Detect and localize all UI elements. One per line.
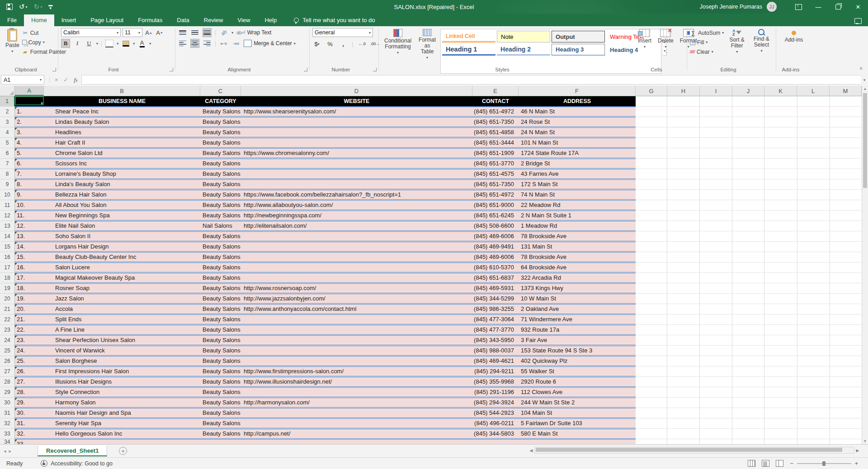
cell-index[interactable]: 13.	[15, 232, 44, 241]
user-name[interactable]: Joseph Jenaire Pumaras	[700, 4, 762, 10]
row-number[interactable]: 3	[0, 117, 15, 127]
cell-category[interactable]: Beauty Salons	[200, 305, 241, 314]
column-header-H[interactable]: H	[667, 86, 700, 96]
cell-contact[interactable]: (845) 344-5803	[472, 429, 519, 438]
page-layout-view-button[interactable]	[762, 460, 769, 467]
empty-cells[interactable]	[636, 252, 862, 263]
cell-contact[interactable]: (845) 469-9491	[472, 242, 519, 251]
autosum-button[interactable]: ∑AutoSum▾	[690, 28, 724, 38]
row-number[interactable]: 34	[0, 439, 15, 444]
row-number[interactable]: 9	[0, 179, 15, 190]
empty-cells[interactable]	[636, 294, 862, 304]
cell-contact[interactable]: (845) 469-6006	[472, 232, 519, 241]
cell-address[interactable]: 46 N Main St	[519, 107, 636, 116]
cell-index[interactable]: 5.	[15, 149, 44, 158]
column-header-D[interactable]: D	[241, 86, 472, 96]
row-number[interactable]: 12	[0, 211, 15, 221]
zoom-in-button[interactable]: +	[855, 460, 858, 467]
empty-cells[interactable]	[636, 169, 862, 179]
cell-category[interactable]: Beauty Salons	[200, 180, 241, 189]
accounting-format-button[interactable]: $ ▾	[312, 39, 321, 48]
cell-contact[interactable]: (845) 294-3924	[472, 398, 519, 407]
cell-category[interactable]: Beauty Salons	[200, 284, 241, 293]
cell-contact[interactable]: (845) 651-4972	[472, 107, 519, 116]
cell-address[interactable]: 3 Fair Ave	[519, 336, 636, 345]
new-sheet-button[interactable]: +	[119, 447, 127, 455]
style-note[interactable]: Note	[497, 31, 550, 42]
cell-category[interactable]: Beauty Salons	[200, 159, 241, 168]
cell-business-name[interactable]: Soho Salon II	[44, 232, 200, 241]
header-business-name[interactable]: BUSINESS NAME	[44, 96, 200, 105]
cell-index[interactable]: 10.	[15, 201, 44, 210]
empty-cells[interactable]	[636, 304, 862, 314]
row-number[interactable]: 4	[0, 127, 15, 138]
cell-address[interactable]: 22 Meadow Rd	[519, 201, 636, 210]
empty-cells[interactable]	[636, 387, 862, 398]
cell-category[interactable]: Beauty Salons	[200, 273, 241, 282]
redo-button[interactable]: ↻▾	[34, 4, 42, 9]
empty-cells[interactable]	[636, 190, 862, 200]
cell-contact[interactable]: (845) 544-2923	[472, 408, 519, 417]
cell-business-name[interactable]: All About You Salon	[44, 201, 200, 210]
empty-cells[interactable]	[636, 335, 862, 346]
vertical-scrollbar[interactable]: ▲ ▼	[862, 86, 868, 444]
tab-home[interactable]: Home	[24, 14, 54, 26]
cell-category[interactable]	[200, 440, 241, 444]
cell-website[interactable]: http://www.firstimpressions-salon.com/	[241, 367, 472, 376]
row-number[interactable]: 14	[0, 231, 15, 242]
empty-cells[interactable]	[636, 200, 862, 211]
cell-category[interactable]: Nail Salons	[200, 221, 241, 230]
style-output[interactable]: Output	[552, 31, 605, 42]
style-heading-1[interactable]: Heading 1	[442, 44, 495, 56]
empty-cells[interactable]	[636, 439, 862, 444]
column-header-L[interactable]: L	[797, 86, 830, 96]
column-header-B[interactable]: B	[44, 86, 200, 96]
cell-contact[interactable]: (845) 610-5370	[472, 263, 519, 272]
cell-website[interactable]: http://www.shearserenitysalon.com/	[241, 107, 472, 116]
row-number[interactable]: 28	[0, 377, 15, 387]
row-number[interactable]: 27	[0, 366, 15, 377]
empty-cells[interactable]	[636, 325, 862, 335]
cell-category[interactable]: Beauty Salons	[200, 429, 241, 438]
cell-category[interactable]: Beauty Salons	[200, 117, 241, 127]
empty-cells[interactable]	[636, 107, 862, 117]
cell-contact[interactable]	[472, 440, 519, 444]
cell-category[interactable]: Beauty Salons	[200, 294, 241, 303]
cell-address[interactable]: 322 Arcadia Rd	[519, 273, 636, 282]
cell-category[interactable]: Beauty Salons	[200, 263, 241, 272]
middle-align-button[interactable]	[190, 28, 199, 37]
cell-index[interactable]: 9.	[15, 190, 44, 199]
style-heading-3[interactable]: Heading 3	[552, 44, 605, 56]
tab-page-layout[interactable]: Page Layout	[83, 14, 131, 26]
cancel-formula-icon[interactable]: ×	[55, 76, 58, 83]
cell-category[interactable]: Beauty Salons	[200, 242, 241, 251]
decrease-font-button[interactable]: A▼	[155, 28, 164, 37]
row-number[interactable]: 29	[0, 387, 15, 398]
enter-formula-icon[interactable]: ✓	[64, 76, 69, 83]
cell-contact[interactable]: (845) 508-6600	[472, 221, 519, 230]
increase-indent-button[interactable]: ⇥≡	[231, 39, 241, 48]
close-button[interactable]: ✕	[848, 0, 868, 14]
tab-data[interactable]: Data	[170, 14, 196, 26]
row-number[interactable]: 20	[0, 294, 15, 304]
font-size-select[interactable]: 11▾	[123, 28, 142, 37]
row-number[interactable]: 2	[0, 107, 15, 117]
cell-address[interactable]: 1373 Kings Hwy	[519, 284, 636, 293]
column-header-J[interactable]: J	[732, 86, 764, 96]
row-number[interactable]: 32	[0, 418, 15, 429]
empty-cells[interactable]	[636, 148, 862, 159]
column-header-A[interactable]: A	[15, 86, 44, 96]
tab-review[interactable]: Review	[197, 14, 231, 26]
scroll-left-arrow[interactable]: ◀	[528, 448, 534, 453]
cell-index[interactable]: 30.	[15, 408, 44, 417]
cell-address[interactable]: 43 Farries Ave	[519, 169, 636, 178]
tab-help[interactable]: Help	[257, 14, 284, 26]
row-number[interactable]: 11	[0, 200, 15, 211]
cell-index[interactable]: 11.	[15, 211, 44, 220]
normal-view-button[interactable]	[748, 460, 755, 467]
cell-website[interactable]	[241, 232, 472, 241]
cell-business-name[interactable]: Jazz Salon	[44, 294, 200, 303]
cell-website[interactable]	[241, 356, 472, 366]
cell-index[interactable]: 4.	[15, 138, 44, 147]
cell-index[interactable]: 27.	[15, 377, 44, 386]
